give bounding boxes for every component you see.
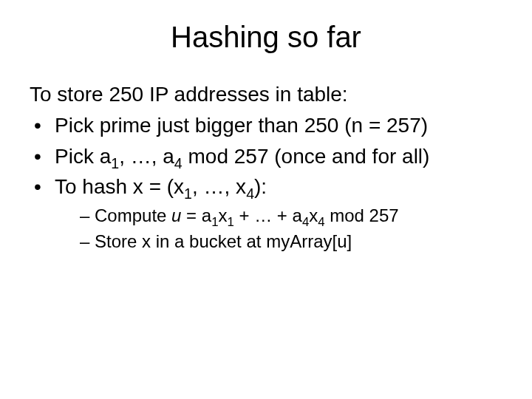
slide: Hashing so far To store 250 IP addresses… bbox=[0, 0, 532, 399]
slide-body: To store 250 IP addresses in table: Pick… bbox=[30, 81, 502, 253]
sub1-post: mod 257 bbox=[325, 205, 399, 225]
sub1-a4: 4 bbox=[302, 215, 309, 229]
bullet-3-pre: To hash x = (x bbox=[55, 175, 184, 198]
bullet-3-mid: , …, x bbox=[192, 175, 246, 198]
bullet-2-mid: , …, a bbox=[119, 145, 174, 168]
bullet-2: Pick a1, …, a4 mod 257 (once and for all… bbox=[30, 143, 502, 171]
sub1-pre: – Compute bbox=[80, 205, 171, 225]
bullet-1-text: Pick prime just bigger than 250 (n = 257… bbox=[55, 114, 428, 137]
bullet-3-sub4: 4 bbox=[246, 185, 254, 202]
bullet-3-post: ): bbox=[254, 175, 267, 198]
bullet-2-sub4: 4 bbox=[174, 154, 183, 171]
sub-line-1: – Compute u = a1x1 + … + a4x4 mod 257 bbox=[80, 204, 502, 228]
bullet-2-sub1: 1 bbox=[111, 154, 119, 171]
sub1-x4: x bbox=[309, 205, 318, 225]
sub1-x1s: 1 bbox=[227, 215, 233, 229]
bullet-1: Pick prime just bigger than 250 (n = 257… bbox=[30, 112, 502, 140]
sub1-x4s: 4 bbox=[318, 215, 324, 229]
sub1-eq: = a bbox=[181, 205, 211, 225]
bullet-3-sub1: 1 bbox=[184, 185, 192, 202]
sub1-mid: + … + a bbox=[234, 205, 302, 225]
sub-list: – Compute u = a1x1 + … + a4x4 mod 257 – … bbox=[80, 204, 502, 253]
page-title: Hashing so far bbox=[30, 21, 502, 54]
sub1-x1: x bbox=[218, 205, 227, 225]
sub-line-2: – Store x in a bucket at myArray[u] bbox=[80, 230, 502, 253]
bullet-2-post: mod 257 (once and for all) bbox=[183, 145, 430, 168]
bullet-2-pre: Pick a bbox=[55, 145, 111, 168]
sub1-u: u bbox=[171, 205, 181, 225]
lead-line: To store 250 IP addresses in table: bbox=[30, 81, 502, 109]
bullet-3: To hash x = (x1, …, x4): bbox=[30, 173, 502, 201]
bullet-list: Pick prime just bigger than 250 (n = 257… bbox=[30, 112, 502, 201]
